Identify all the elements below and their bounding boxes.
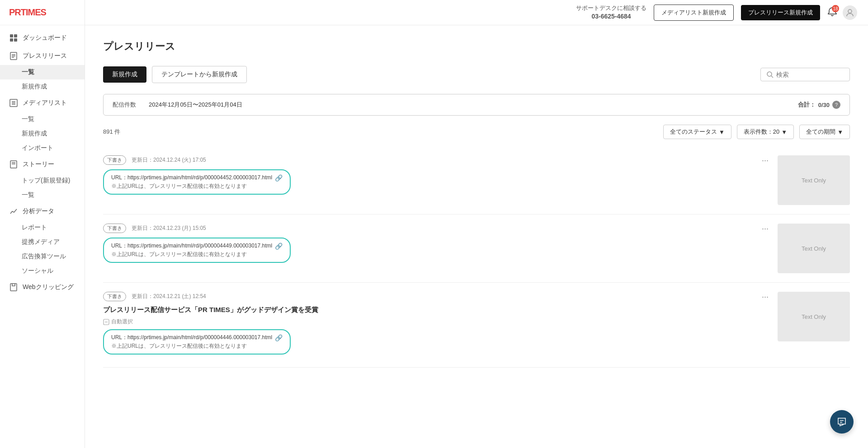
auto-select-label: 自動選択 <box>103 318 769 326</box>
sidebar-sub-analytics-media[interactable]: 提携メディア <box>0 235 85 249</box>
svg-rect-0 <box>10 34 13 37</box>
sidebar-item-analytics[interactable]: 分析データ <box>0 202 85 220</box>
sidebar-item-press-release[interactable]: プレスリリース <box>0 47 85 65</box>
search-input[interactable] <box>776 71 844 78</box>
sidebar-sub-media-import[interactable]: インポート <box>0 141 85 155</box>
help-icon[interactable]: ? <box>832 101 840 109</box>
header: サポートデスクに相談する 03-6625-4684 メディアリスト新規作成 プレ… <box>85 0 868 25</box>
svg-rect-12 <box>10 161 17 168</box>
svg-line-18 <box>771 76 773 78</box>
avatar[interactable] <box>843 5 857 20</box>
count-text: 891 件 <box>103 128 120 136</box>
sidebar-item-webclip[interactable]: Webクリッピング <box>0 278 85 296</box>
url-line: URL：https://prtimes.jp/main/html/rd/p/00… <box>111 174 283 182</box>
pr-thumbnail: Text Only <box>778 155 850 205</box>
phone-number: 03-6625-4684 <box>576 12 646 21</box>
auto-select-icon <box>103 319 109 325</box>
toolbar: 新規作成 テンプレートから新規作成 <box>103 66 850 83</box>
info-bar-date: 2024年12月05日〜2025年01月04日 <box>149 101 242 109</box>
grid-icon <box>9 33 18 42</box>
link-icon: 🔗 <box>275 174 283 182</box>
url-note: ※上記URLは、プレスリリース配信後に有効となります <box>111 251 283 258</box>
pr-item: 下書き 更新日：2024.12.23 (月) 15:05 ··· URL：htt… <box>103 215 850 283</box>
svg-rect-1 <box>14 34 17 37</box>
url-box: URL：https://prtimes.jp/main/html/rd/p/00… <box>103 169 291 195</box>
status-filter-button[interactable]: 全てのステータス ▼ <box>663 125 731 139</box>
media-list-create-button[interactable]: メディアリスト新規作成 <box>654 5 734 21</box>
link-icon: 🔗 <box>275 334 283 341</box>
svg-point-17 <box>767 72 772 76</box>
sidebar-item-label: メディアリスト <box>23 99 67 107</box>
header-icons: 18 <box>827 5 857 20</box>
logo-text: PRTIMES <box>9 7 75 18</box>
search-icon <box>766 71 774 78</box>
period-filter-button[interactable]: 全ての期間 ▼ <box>799 125 850 139</box>
content: プレスリリース 新規作成 テンプレートから新規作成 配信件数 2024年12月0… <box>85 25 868 448</box>
sidebar-sub-story-new[interactable]: トップ(新規登録) <box>0 173 85 188</box>
sidebar-sub-analytics-ad[interactable]: 広告換算ツール <box>0 249 85 264</box>
clip-icon <box>9 283 18 292</box>
sidebar-section-main: ダッシュボード プレスリリース 一覧 新規作成 メディアリスト <box>0 25 85 300</box>
bell-icon[interactable]: 18 <box>827 7 837 18</box>
new-button[interactable]: 新規作成 <box>103 66 146 83</box>
sidebar-item-label: 分析データ <box>23 207 54 215</box>
sidebar-sub-media-new[interactable]: 新規作成 <box>0 126 85 141</box>
page-title: プレスリリース <box>103 40 850 53</box>
meta-date: 更新日：2024.12.23 (月) 15:05 <box>132 224 206 232</box>
pr-thumbnail: Text Only <box>778 224 850 273</box>
sidebar-sub-press-new[interactable]: 新規作成 <box>0 79 85 94</box>
more-menu-button[interactable]: ··· <box>762 224 769 233</box>
pr-list: 下書き 更新日：2024.12.24 (火) 17:05 ··· URL：htt… <box>103 146 850 368</box>
sidebar-item-label: Webクリッピング <box>23 283 74 291</box>
status-badge: 下書き <box>103 292 126 301</box>
url-box: URL：https://prtimes.jp/main/html/rd/p/00… <box>103 329 291 355</box>
sidebar-sub-analytics-report[interactable]: レポート <box>0 220 85 235</box>
info-bar-label: 配信件数 <box>113 101 136 109</box>
template-button[interactable]: テンプレートから新規作成 <box>152 66 247 83</box>
press-release-create-button[interactable]: プレスリリース新規作成 <box>741 5 820 20</box>
pr-item: 下書き 更新日：2024.12.21 (土) 12:54 ··· プレスリリース… <box>103 283 850 368</box>
sidebar-sub-analytics-social[interactable]: ソーシャル <box>0 264 85 278</box>
sidebar-item-label: ダッシュボード <box>23 34 67 42</box>
url-note: ※上記URLは、プレスリリース配信後に有効となります <box>111 182 283 190</box>
notification-badge: 18 <box>832 5 839 12</box>
info-bar-total: 合計： 0/30 ? <box>798 101 840 109</box>
list-icon <box>9 98 18 107</box>
main-area: サポートデスクに相談する 03-6625-4684 メディアリスト新規作成 プレ… <box>85 0 868 448</box>
search-wrap <box>760 68 850 81</box>
more-menu-button[interactable]: ··· <box>762 293 769 301</box>
svg-rect-2 <box>10 38 13 42</box>
svg-rect-3 <box>14 38 17 42</box>
pr-item-body: 下書き 更新日：2024.12.24 (火) 17:05 ··· URL：htt… <box>103 155 769 198</box>
display-count-button[interactable]: 表示件数：20 ▼ <box>737 125 794 139</box>
url-line: URL：https://prtimes.jp/main/html/rd/p/00… <box>111 334 283 341</box>
more-menu-button[interactable]: ··· <box>762 156 769 164</box>
sidebar-item-media-list[interactable]: メディアリスト <box>0 94 85 112</box>
status-badge: 下書き <box>103 155 126 165</box>
pr-item: 下書き 更新日：2024.12.24 (火) 17:05 ··· URL：htt… <box>103 146 850 215</box>
sidebar-item-story[interactable]: ストーリー <box>0 155 85 173</box>
chart-icon <box>9 207 18 216</box>
sidebar-item-dashboard[interactable]: ダッシュボード <box>0 29 85 47</box>
pr-title: プレスリリース配信サービス「PR TIMES」がグッドデザイン賞を受賞 <box>103 306 769 314</box>
sidebar: PRTIMES ダッシュボード プレスリリース 一覧 新規作成 <box>0 0 85 448</box>
sidebar-sub-story-list[interactable]: 一覧 <box>0 188 85 202</box>
meta-date: 更新日：2024.12.21 (土) 12:54 <box>132 293 206 300</box>
chat-fab-button[interactable] <box>830 410 854 434</box>
url-line: URL：https://prtimes.jp/main/html/rd/p/00… <box>111 242 283 250</box>
svg-rect-15 <box>10 284 17 291</box>
sidebar-item-label: プレスリリース <box>23 52 67 60</box>
info-bar: 配信件数 2024年12月05日〜2025年01月04日 合計： 0/30 ? <box>103 94 850 116</box>
support-info: サポートデスクに相談する 03-6625-4684 <box>576 4 646 21</box>
meta-date: 更新日：2024.12.24 (火) 17:05 <box>132 156 206 164</box>
pr-item-body: 下書き 更新日：2024.12.21 (土) 12:54 ··· プレスリリース… <box>103 292 769 358</box>
pr-item-meta: 下書き 更新日：2024.12.24 (火) 17:05 ··· <box>103 155 769 165</box>
pr-item-meta: 下書き 更新日：2024.12.21 (土) 12:54 ··· <box>103 292 769 301</box>
logo: PRTIMES <box>0 0 85 25</box>
total-value: 0/30 <box>818 102 830 108</box>
filter-row: 891 件 全てのステータス ▼ 表示件数：20 ▼ 全ての期間 ▼ <box>103 125 850 139</box>
sidebar-sub-press-list[interactable]: 一覧 <box>0 65 85 79</box>
status-badge: 下書き <box>103 224 126 233</box>
sidebar-sub-media-list[interactable]: 一覧 <box>0 112 85 126</box>
doc-icon <box>9 51 18 61</box>
